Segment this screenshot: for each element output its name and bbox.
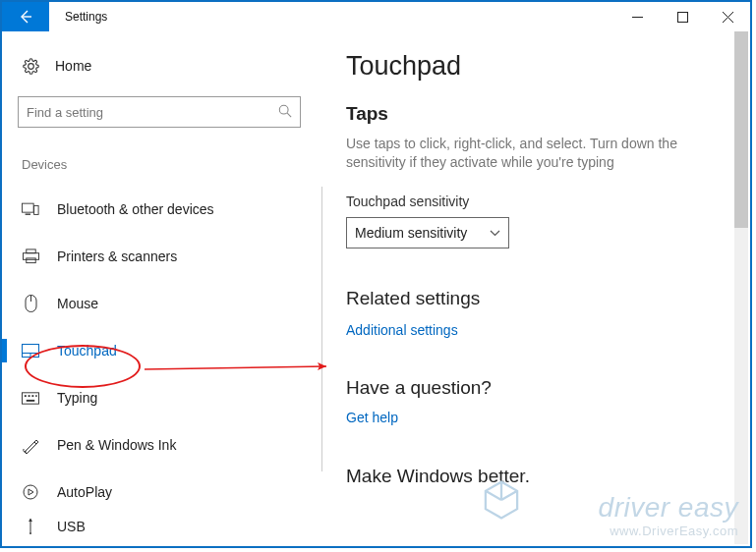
sidebar-item-label: Typing <box>57 390 97 406</box>
svg-rect-12 <box>26 258 34 263</box>
sidebar-item-autoplay[interactable]: AutoPlay <box>18 469 314 516</box>
devices-icon <box>22 201 39 217</box>
sidebar-item-label: Bluetooth & other devices <box>57 201 214 217</box>
sidebar-item-printers[interactable]: Printers & scanners <box>18 233 314 280</box>
active-indicator <box>2 339 7 362</box>
printer-icon <box>22 248 39 264</box>
page-title: Touchpad <box>346 51 727 82</box>
sidebar-item-touchpad[interactable]: Touchpad <box>18 327 314 374</box>
svg-rect-21 <box>31 395 33 397</box>
taps-header: Taps <box>346 103 727 125</box>
svg-rect-8 <box>26 214 30 215</box>
sidebar-item-mouse[interactable]: Mouse <box>18 280 314 327</box>
svg-rect-7 <box>22 203 33 212</box>
svg-rect-9 <box>34 205 39 214</box>
sidebar: Home Devices Bluetooth & other devices P… <box>2 31 321 546</box>
svg-rect-10 <box>26 249 34 253</box>
minimize-icon <box>632 12 643 23</box>
maximize-icon <box>677 12 688 23</box>
chevron-down-icon <box>490 227 500 239</box>
svg-point-26 <box>29 532 31 534</box>
sidebar-item-label: USB <box>57 519 86 534</box>
better-header: Make Windows better. <box>346 466 727 487</box>
touchpad-icon <box>22 344 39 358</box>
maximize-button[interactable] <box>660 2 705 31</box>
svg-rect-19 <box>25 395 27 397</box>
arrow-left-icon <box>18 9 33 25</box>
sidebar-item-pen[interactable]: Pen & Windows Ink <box>18 421 314 469</box>
additional-settings-link[interactable]: Additional settings <box>346 322 458 338</box>
search-input[interactable] <box>27 105 278 120</box>
sidebar-item-label: Mouse <box>57 296 98 311</box>
sidebar-item-label: Touchpad <box>57 343 117 359</box>
home-nav[interactable]: Home <box>18 47 314 84</box>
sensitivity-label: Touchpad sensitivity <box>346 193 727 209</box>
get-help-link[interactable]: Get help <box>346 410 398 425</box>
main-panel: Touchpad Taps Use taps to click, right-c… <box>321 31 750 546</box>
gear-icon <box>22 58 39 75</box>
sidebar-item-label: AutoPlay <box>57 484 112 500</box>
home-label: Home <box>55 58 91 74</box>
sidebar-item-usb[interactable]: USB <box>18 516 314 537</box>
svg-rect-2 <box>677 12 687 22</box>
mouse-icon <box>22 295 39 312</box>
svg-point-5 <box>279 105 288 114</box>
sidebar-item-bluetooth[interactable]: Bluetooth & other devices <box>18 186 314 233</box>
back-button[interactable] <box>2 2 49 31</box>
minimize-button[interactable] <box>614 2 660 31</box>
svg-rect-22 <box>35 395 36 397</box>
group-header: Devices <box>18 157 314 172</box>
autoplay-icon <box>22 484 39 500</box>
window-controls <box>614 2 750 31</box>
close-button[interactable] <box>705 2 750 31</box>
app-title: Settings <box>49 2 107 31</box>
sensitivity-dropdown[interactable]: Medium sensitivity <box>346 217 509 248</box>
search-icon <box>278 104 292 121</box>
sidebar-item-label: Printers & scanners <box>57 248 177 264</box>
taps-description: Use taps to click, right-click, and sele… <box>346 135 700 172</box>
svg-rect-23 <box>27 399 35 401</box>
pen-icon <box>22 437 39 454</box>
close-icon <box>723 12 733 23</box>
keyboard-icon <box>22 392 39 405</box>
search-box[interactable] <box>18 96 301 128</box>
sidebar-item-typing[interactable]: Typing <box>18 374 314 421</box>
related-header: Related settings <box>346 288 727 309</box>
svg-line-6 <box>287 113 291 117</box>
dropdown-value: Medium sensitivity <box>355 225 467 241</box>
svg-rect-18 <box>22 392 38 403</box>
svg-rect-20 <box>29 395 30 397</box>
question-header: Have a question? <box>346 377 727 399</box>
svg-point-24 <box>24 485 37 499</box>
titlebar: Settings <box>2 2 750 31</box>
sidebar-item-label: Pen & Windows Ink <box>57 437 176 453</box>
usb-icon <box>22 519 39 534</box>
